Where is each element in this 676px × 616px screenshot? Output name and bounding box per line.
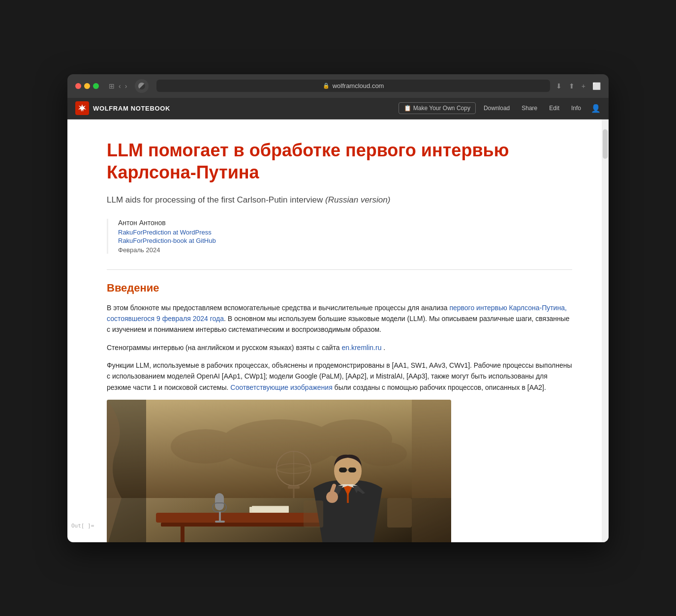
forward-button[interactable]: › [125, 82, 127, 90]
svg-point-5 [171, 429, 240, 464]
edit-button[interactable]: Edit [545, 103, 563, 114]
page-title: LLM помогает в обработке первого интервь… [107, 139, 572, 183]
browser-chrome: ⊞ ‹ › 🔒 wolframcloud.com ⬇ ⬆ + ⬜ [67, 74, 609, 98]
scrollbar-thumb[interactable] [603, 129, 608, 159]
svg-point-6 [358, 441, 407, 466]
notebook-image [107, 400, 451, 542]
back-button[interactable]: ‹ [119, 82, 121, 90]
sidebar-toggle-icon[interactable]: ⊞ [109, 82, 115, 90]
svg-rect-37 [412, 400, 451, 542]
svg-rect-35 [304, 500, 323, 528]
kremlin-link[interactable]: en.kremlin.ru [342, 344, 382, 352]
lock-icon: 🔒 [323, 83, 330, 89]
tab-overview-icon[interactable]: ⬜ [592, 82, 601, 90]
author-link-wordpress[interactable]: RakuForPrediction at WordPress [118, 229, 572, 236]
browser-controls: ⊞ ‹ › [109, 82, 127, 90]
content-area: LLM помогает в обработке первого интервь… [67, 119, 609, 542]
traffic-lights [75, 83, 99, 89]
toolbar-actions: 📋 Make Your Own Copy Download Share Edit… [399, 102, 601, 114]
intro-paragraph-3: Функции LLM, используемые в рабочих проц… [107, 360, 572, 393]
wolfram-notebook-title: WOLFRAM NOTEBOOK [93, 105, 170, 112]
illustration-svg [107, 400, 451, 542]
minimize-button[interactable] [84, 83, 90, 89]
section-divider [107, 269, 572, 270]
browser-actions: ⬇ ⬆ + ⬜ [556, 82, 601, 90]
intro-paragraph-2: Стенограммы интервью (на английском и ру… [107, 342, 572, 353]
browser-logo [135, 79, 149, 93]
address-bar[interactable]: 🔒 wolframcloud.com [156, 80, 550, 92]
out-label: Out[ ]= [71, 523, 94, 529]
user-account-icon[interactable]: 👤 [591, 104, 601, 113]
intro-paragraph-1: В этом блокноте мы предоставляем вспомог… [107, 302, 572, 335]
svg-line-33 [332, 486, 334, 491]
browser-window: ⊞ ‹ › 🔒 wolframcloud.com ⬇ ⬆ + ⬜ WOLFRAM… [67, 74, 609, 542]
svg-marker-0 [78, 104, 86, 112]
svg-rect-16 [215, 493, 224, 510]
make-copy-button[interactable]: 📋 Make Your Own Copy [399, 102, 476, 114]
share-button[interactable]: Share [518, 103, 541, 114]
wolfram-toolbar: WOLFRAM NOTEBOOK 📋 Make Your Own Copy Do… [67, 98, 609, 119]
notebook-image-container [107, 400, 451, 542]
info-button[interactable]: Info [567, 103, 585, 114]
svg-rect-34 [387, 498, 412, 528]
copy-icon: 📋 [404, 105, 411, 112]
section-heading-introduction: Введение [107, 282, 572, 294]
author-block: Антон Антонов RakuForPrediction at WordP… [107, 219, 572, 254]
notebook-content: LLM помогает в обработке первого интервь… [67, 119, 602, 542]
svg-rect-10 [288, 486, 300, 489]
close-button[interactable] [75, 83, 81, 89]
wolfram-logo-icon [75, 101, 89, 115]
svg-rect-21 [252, 506, 289, 512]
new-tab-icon[interactable]: + [582, 82, 585, 90]
maximize-button[interactable] [93, 83, 99, 89]
wolfram-logo: WOLFRAM NOTEBOOK [75, 101, 170, 115]
svg-rect-18 [219, 512, 221, 522]
downloads-icon[interactable]: ⬇ [556, 82, 562, 90]
svg-rect-24 [348, 468, 356, 472]
publication-date: Февраль 2024 [118, 246, 572, 254]
scrollbar[interactable] [602, 119, 609, 542]
svg-rect-23 [339, 468, 347, 472]
wolfram-spikey-icon [78, 104, 87, 113]
author-name: Антон Антонов [118, 219, 572, 227]
share-icon[interactable]: ⬆ [569, 82, 575, 90]
download-button[interactable]: Download [480, 103, 514, 114]
subtitle: LLM aids for processing of the first Car… [107, 195, 572, 205]
images-link[interactable]: Соответствующие изображения [230, 383, 332, 391]
url-text: wolframcloud.com [333, 82, 384, 89]
svg-rect-27 [347, 486, 349, 503]
author-link-github[interactable]: RakuForPrediction-book at GitHub [118, 237, 572, 244]
svg-rect-19 [215, 521, 225, 523]
svg-rect-14 [181, 527, 184, 542]
